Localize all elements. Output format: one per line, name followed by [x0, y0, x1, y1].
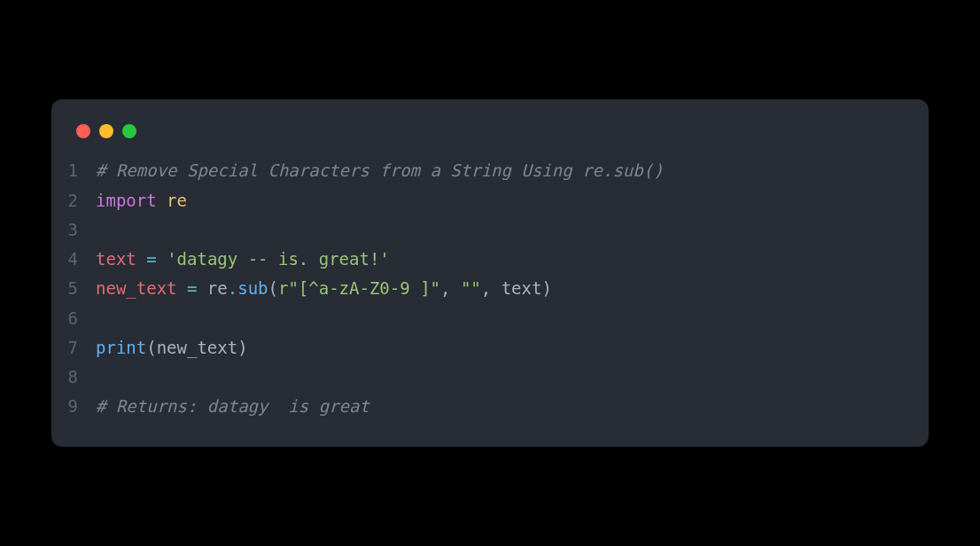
- code-content: # Remove Special Characters from a Strin…: [96, 156, 929, 185]
- code-line: 4text = 'datagy -- is. great!': [51, 245, 929, 274]
- line-number: 3: [51, 215, 96, 245]
- token-plain: ,: [440, 278, 461, 298]
- token-comment: # Returns: datagy is great: [96, 396, 369, 416]
- token-function: sub: [237, 278, 268, 298]
- code-line: 5new_text = re.sub(r"[^a-zA-Z0-9 ]", "",…: [51, 274, 929, 303]
- token-plain: [157, 249, 167, 269]
- code-content: # Returns: datagy is great: [96, 392, 929, 421]
- line-number: 9: [51, 392, 96, 421]
- token-operator: =: [187, 278, 197, 298]
- code-content: text = 'datagy -- is. great!': [96, 245, 929, 274]
- token-operator: .: [228, 278, 237, 298]
- token-plain: (: [268, 278, 278, 298]
- code-line: 3: [51, 215, 929, 245]
- token-plain: , text): [481, 278, 552, 298]
- code-area: 1# Remove Special Characters from a Stri…: [51, 156, 929, 421]
- token-operator: =: [146, 249, 156, 269]
- code-content: [96, 215, 929, 245]
- token-function: print: [96, 338, 146, 357]
- code-line: 8: [51, 363, 929, 392]
- token-string: 'datagy -- is. great!': [167, 249, 390, 269]
- code-window: 1# Remove Special Characters from a Stri…: [51, 99, 929, 446]
- token-string: r"[^a-zA-Z0-9 ]": [278, 278, 440, 298]
- minimize-icon[interactable]: [99, 124, 113, 138]
- token-comment: # Remove Special Characters from a Strin…: [96, 160, 664, 180]
- code-line: 6: [51, 304, 929, 333]
- line-number: 1: [51, 156, 96, 185]
- code-content: import re: [96, 186, 929, 215]
- line-number: 5: [51, 274, 96, 303]
- token-plain: re: [197, 278, 227, 298]
- code-content: print(new_text): [96, 333, 929, 363]
- token-variable: new_text: [96, 278, 177, 298]
- token-keyword: import: [96, 191, 157, 210]
- line-number: 7: [51, 333, 96, 363]
- code-line: 7print(new_text): [51, 333, 929, 363]
- code-line: 9# Returns: datagy is great: [51, 392, 929, 421]
- code-line: 2import re: [51, 186, 929, 215]
- token-module: re: [167, 191, 187, 210]
- token-string: "": [461, 278, 481, 298]
- code-content: [96, 304, 929, 333]
- token-plain: [136, 249, 146, 269]
- line-number: 2: [51, 186, 96, 215]
- token-variable: text: [96, 249, 136, 269]
- line-number: 8: [51, 363, 96, 392]
- line-number: 6: [51, 304, 96, 333]
- token-plain: [157, 191, 167, 210]
- close-icon[interactable]: [76, 124, 90, 138]
- line-number: 4: [51, 245, 96, 274]
- code-line: 1# Remove Special Characters from a Stri…: [51, 156, 929, 185]
- code-content: new_text = re.sub(r"[^a-zA-Z0-9 ]", "", …: [96, 274, 929, 303]
- token-plain: [177, 278, 187, 298]
- maximize-icon[interactable]: [122, 124, 136, 138]
- window-controls: [51, 121, 929, 156]
- code-content: [96, 363, 929, 392]
- token-plain: (new_text): [146, 338, 247, 357]
